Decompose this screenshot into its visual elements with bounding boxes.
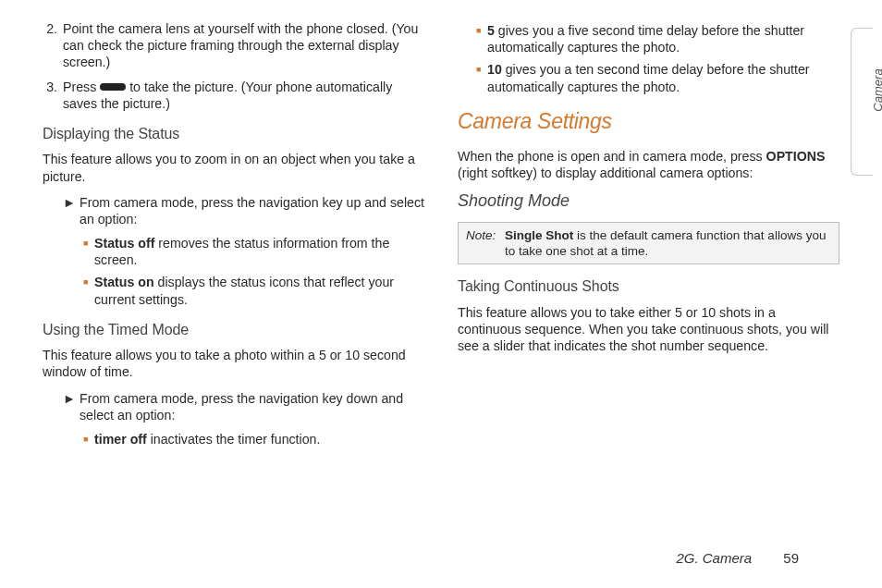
footer-section: 2G. Camera	[676, 550, 752, 566]
bold-label: 10	[487, 62, 502, 77]
bold-label: 5	[487, 23, 495, 38]
text: gives you a ten second time delay before…	[487, 62, 810, 93]
list-item-2: 2. Point the camera lens at yourself wit…	[43, 20, 424, 71]
left-column: 2. Point the camera lens at yourself wit…	[43, 20, 424, 453]
text: 10 gives you a ten second time delay bef…	[487, 61, 839, 94]
heading-shooting-mode: Shooting Mode	[458, 190, 839, 212]
list-item-3: 3. Press to take the picture. (Your phon…	[43, 79, 424, 112]
arrow-icon: ►	[63, 390, 80, 423]
bold-label: OPTIONS	[766, 149, 826, 164]
square-list-item: ■ Status on displays the status icons th…	[83, 274, 424, 307]
text: (right softkey) to display additional ca…	[458, 165, 753, 180]
heading-timed-mode: Using the Timed Mode	[43, 321, 424, 339]
square-list-item: ■ 5 gives you a five second time delay b…	[476, 22, 839, 55]
paragraph: When the phone is open and in camera mod…	[458, 148, 839, 181]
text: 5 gives you a five second time delay bef…	[487, 22, 839, 55]
text: From camera mode, press the navigation k…	[80, 194, 424, 227]
square-list-item: ■ 10 gives you a ten second time delay b…	[476, 61, 839, 94]
text: timer off inactivates the timer function…	[94, 431, 424, 447]
list-number: 3.	[43, 79, 63, 112]
square-list-item: ■ Status off removes the status informat…	[83, 235, 424, 268]
bold-label: Single Shot	[505, 228, 573, 242]
footer-page-number: 59	[783, 550, 799, 566]
heading-camera-settings: Camera Settings	[458, 108, 839, 135]
list-body: Point the camera lens at yourself with t…	[63, 20, 424, 71]
bold-label: Status on	[94, 275, 154, 289]
bold-label: Status off	[94, 236, 154, 251]
arrow-list-item: ► From camera mode, press the navigation…	[63, 390, 424, 423]
note-body: Single Shot is the default camera functi…	[505, 227, 831, 260]
paragraph: This feature allows you to take either 5…	[458, 304, 839, 355]
text: Status on displays the status icons that…	[94, 274, 424, 307]
paragraph: This feature allows you to take a photo …	[43, 347, 424, 380]
square-bullet-icon: ■	[83, 235, 94, 268]
right-column: ■ 5 gives you a five second time delay b…	[458, 20, 839, 453]
text: Status off removes the status informatio…	[94, 235, 424, 268]
bold-label: timer off	[94, 432, 147, 447]
text: Press	[63, 80, 100, 94]
heading-displaying-status: Displaying the Status	[43, 125, 424, 143]
numbered-list: 2. Point the camera lens at yourself wit…	[43, 20, 424, 112]
text: gives you a five second time delay befor…	[487, 23, 804, 55]
text: inactivates the timer function.	[147, 432, 321, 447]
square-bullet-icon: ■	[83, 431, 94, 447]
page: 2. Point the camera lens at yourself wit…	[0, 0, 882, 453]
list-body: Press to take the picture. (Your phone a…	[63, 79, 424, 112]
paragraph: This feature allows you to zoom in on an…	[43, 151, 424, 184]
page-footer: 2G. Camera 59	[676, 550, 799, 566]
arrow-icon: ►	[63, 194, 80, 227]
note-box: Note: Single Shot is the default camera …	[458, 222, 839, 265]
note-label: Note:	[466, 227, 505, 260]
list-number: 2.	[43, 20, 63, 71]
side-tab	[851, 28, 873, 176]
square-bullet-icon: ■	[83, 274, 94, 307]
text: From camera mode, press the navigation k…	[80, 390, 424, 423]
side-tab-label: Camera	[870, 68, 882, 111]
arrow-list-item: ► From camera mode, press the navigation…	[63, 194, 424, 227]
heading-continuous-shots: Taking Continuous Shots	[458, 277, 839, 296]
text: When the phone is open and in camera mod…	[458, 149, 766, 164]
square-bullet-icon: ■	[476, 61, 487, 94]
square-list-item: ■ timer off inactivates the timer functi…	[83, 431, 424, 447]
square-bullet-icon: ■	[476, 22, 487, 55]
camera-key-icon	[100, 83, 126, 91]
